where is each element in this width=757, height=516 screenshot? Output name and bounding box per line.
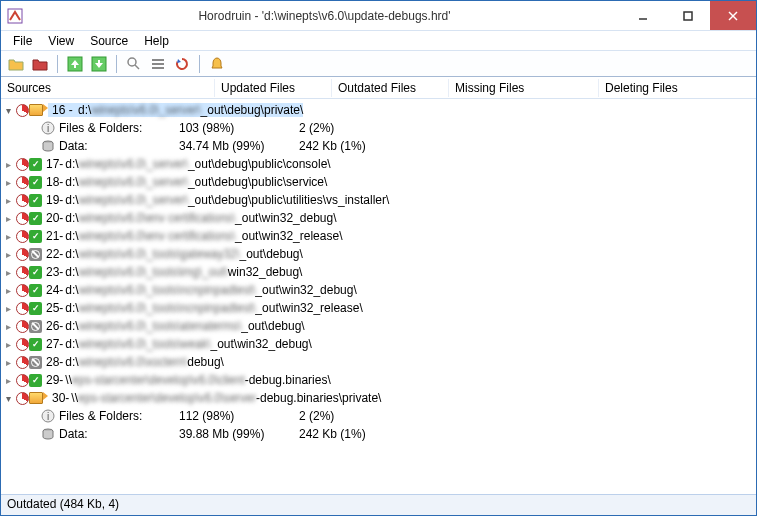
row-number: 23: [46, 265, 59, 279]
source-row[interactable]: 20 - d:\winepts\v6.0\env certifications\…: [1, 209, 756, 227]
status-badges: [16, 248, 42, 261]
row-path: d:\winepts\v6.0\_server\_out\debug\publi…: [65, 175, 327, 189]
source-row[interactable]: 25 - d:\winepts\v6.0\_tools\ncnpinpadtes…: [1, 299, 756, 317]
status-badges: [16, 176, 42, 189]
info-icon: i: [41, 121, 55, 135]
expander-icon[interactable]: [3, 393, 13, 403]
arrow-up-icon[interactable]: [64, 53, 86, 75]
status-badges: [16, 284, 42, 297]
header-deleting[interactable]: Deleting Files: [599, 79, 756, 97]
expander-icon[interactable]: [3, 267, 13, 277]
status-badges: [16, 302, 42, 315]
expander-icon[interactable]: [3, 195, 13, 205]
source-row[interactable]: 17 - d:\winepts\v6.0\_server\_out\debug\…: [1, 155, 756, 173]
svg-text:i: i: [47, 411, 49, 422]
row-number: 22: [46, 247, 59, 261]
row-path: d:\winepts\v6.0\env certifications\_out\…: [65, 211, 336, 225]
header-updated[interactable]: Updated Files: [215, 79, 332, 97]
refresh-icon[interactable]: [171, 53, 193, 75]
expander-icon[interactable]: [3, 159, 13, 169]
toolbar-separator: [116, 55, 117, 73]
check-icon: [29, 212, 42, 225]
source-row[interactable]: 28 - d:\winepts\v6.0\xoctern\debug\: [1, 353, 756, 371]
expander-icon[interactable]: [3, 213, 13, 223]
expander-icon[interactable]: [3, 177, 13, 187]
check-icon: [29, 194, 42, 207]
bell-icon[interactable]: [206, 53, 228, 75]
detail-value-1: 34.74 Mb (99%): [179, 139, 299, 153]
folder-icon[interactable]: [29, 53, 51, 75]
titlebar: Horodruin - 'd:\winepts\v6.0\update-debu…: [1, 1, 756, 31]
expander-icon[interactable]: [3, 321, 13, 331]
source-row[interactable]: 19 - d:\winepts\v6.0\_server\_out\debug\…: [1, 191, 756, 209]
detail-row: Data:39.88 Mb (99%)242 Kb (1%): [1, 425, 756, 443]
source-row[interactable]: 30 - \\eps-starcenter\develop\v6.0\serve…: [1, 389, 756, 407]
list-icon[interactable]: [147, 53, 169, 75]
expander-icon[interactable]: [3, 285, 13, 295]
expander-icon[interactable]: [3, 105, 13, 115]
svg-rect-11: [152, 67, 164, 69]
row-number: 21: [46, 229, 59, 243]
expander-icon[interactable]: [3, 357, 13, 367]
stop-icon: [29, 320, 42, 333]
row-number: 19: [46, 193, 59, 207]
open-folder-icon[interactable]: [5, 53, 27, 75]
status-badges: [16, 212, 42, 225]
source-row[interactable]: 22 - d:\winepts\v6.0\_tools\gateway32\_o…: [1, 245, 756, 263]
menu-view[interactable]: View: [40, 32, 82, 50]
expander-icon[interactable]: [3, 231, 13, 241]
source-row[interactable]: 21 - d:\winepts\v6.0\env certifications\…: [1, 227, 756, 245]
header-missing[interactable]: Missing Files: [449, 79, 599, 97]
detail-label: Data:: [59, 427, 179, 441]
status-badges: [16, 374, 42, 387]
row-number: 25: [46, 301, 59, 315]
search-icon[interactable]: [123, 53, 145, 75]
source-row[interactable]: 18 - d:\winepts\v6.0\_server\_out\debug\…: [1, 173, 756, 191]
row-path: d:\winepts\v6.0\_tools\ncnpinpadtest\_ou…: [65, 301, 362, 315]
expander-icon[interactable]: [3, 339, 13, 349]
header-sources[interactable]: Sources: [1, 79, 215, 97]
row-path: d:\winepts\v6.0\xoctern\debug\: [65, 355, 224, 369]
check-icon: [29, 176, 42, 189]
expander-icon[interactable]: [3, 249, 13, 259]
row-path: \\eps-starcenter\develop\v6.0\server-deb…: [71, 391, 381, 405]
column-headers: Sources Updated Files Outdated Files Mis…: [1, 77, 756, 99]
minimize-button[interactable]: [620, 1, 665, 30]
row-path: d:\winepts\v6.0\_tools\ncnpinpadtest\_ou…: [65, 283, 356, 297]
expander-icon[interactable]: [3, 375, 13, 385]
menu-file[interactable]: File: [5, 32, 40, 50]
row-path: d:\winepts\v6.0\env certifications\_out\…: [65, 229, 342, 243]
pie-icon: [16, 266, 29, 279]
detail-value-2: 242 Kb (1%): [299, 139, 366, 153]
source-row[interactable]: 24 - d:\winepts\v6.0\_tools\ncnpinpadtes…: [1, 281, 756, 299]
pie-icon: [16, 158, 29, 171]
source-row[interactable]: 26 - d:\winepts\v6.0\_tools\atenaterms\_…: [1, 317, 756, 335]
source-row[interactable]: 16 - d:\winepts\v6.0\_server\_out\debug\…: [1, 101, 756, 119]
menubar: File View Source Help: [1, 31, 756, 51]
maximize-button[interactable]: [665, 1, 710, 30]
arrow-down-icon[interactable]: [88, 53, 110, 75]
source-row[interactable]: 29 - \\eps-starcenter\develop\v6.0\clien…: [1, 371, 756, 389]
menu-help[interactable]: Help: [136, 32, 177, 50]
folder-icon: [29, 392, 43, 404]
statusbar: Outdated (484 Kb, 4): [1, 494, 756, 515]
menu-source[interactable]: Source: [82, 32, 136, 50]
toolbar-separator: [199, 55, 200, 73]
row-path: d:\winepts\v6.0\_tools\weak\_out\win32_d…: [65, 337, 312, 351]
row-number: 28: [46, 355, 59, 369]
source-tree[interactable]: 16 - d:\winepts\v6.0\_server\_out\debug\…: [1, 99, 756, 494]
row-number: 26: [46, 319, 59, 333]
header-outdated[interactable]: Outdated Files: [332, 79, 449, 97]
row-number: 18: [46, 175, 59, 189]
source-row[interactable]: 27 - d:\winepts\v6.0\_tools\weak\_out\wi…: [1, 335, 756, 353]
row-path: d:\winepts\v6.0\_tools\gateway32\_out\de…: [65, 247, 303, 261]
row-number: 17: [46, 157, 59, 171]
svg-point-7: [128, 58, 136, 66]
row-path: d:\winepts\v6.0\_server\_out\debug\publi…: [65, 193, 389, 207]
row-number: 29: [46, 373, 59, 387]
expander-icon[interactable]: [3, 303, 13, 313]
status-badges: [16, 158, 42, 171]
source-row[interactable]: 23 - d:\winepts\v6.0\_tools\img\_out\win…: [1, 263, 756, 281]
status-badges: [16, 356, 42, 369]
close-button[interactable]: [710, 1, 756, 30]
